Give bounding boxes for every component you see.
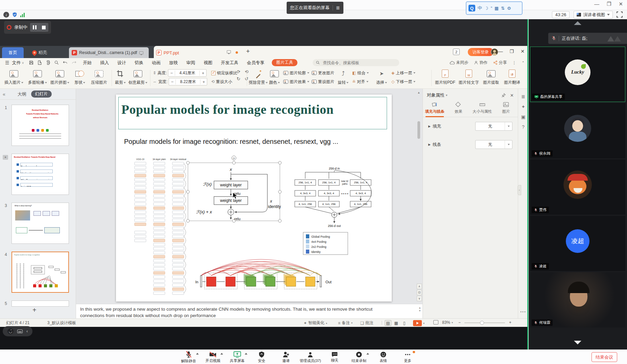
zoom-out-button[interactable]: − bbox=[458, 320, 461, 325]
print-icon[interactable] bbox=[46, 60, 51, 65]
picture-effects-button[interactable]: 图片效果 bbox=[283, 78, 309, 85]
select-button[interactable]: ➤选择 bbox=[375, 69, 388, 85]
slide-sorter-view-button[interactable]: ▦ bbox=[393, 320, 400, 326]
window-minimize-icon[interactable]: — bbox=[594, 1, 599, 7]
send-backward-button[interactable]: ◇下移一层 bbox=[391, 78, 415, 85]
hamburger-icon[interactable]: ☰ bbox=[5, 60, 9, 66]
residual-block-figure[interactable]: ⟳ x weight layer relu weight layer bbox=[187, 156, 282, 223]
toolbar-record-button[interactable]: 结束录制 bbox=[347, 350, 371, 364]
align-button[interactable]: ≞对齐 bbox=[352, 78, 369, 85]
pause-recording-button[interactable] bbox=[30, 23, 39, 32]
height-stepper[interactable]: −4.41厘米+ bbox=[168, 69, 207, 77]
participant-tile-1[interactable]: Lucky磊的屏幕共享 bbox=[530, 47, 625, 102]
picture-collage-button[interactable]: 图片拼图 bbox=[49, 69, 71, 85]
expand-triangle-icon[interactable]: ▶ bbox=[428, 143, 431, 146]
more-menu-icon[interactable]: ⋮ bbox=[512, 60, 516, 65]
picture-extract-button[interactable]: 图片提取 bbox=[481, 69, 501, 85]
group-button[interactable]: ◧组合 bbox=[352, 69, 369, 77]
undo-icon[interactable] bbox=[63, 60, 68, 65]
plus-icon[interactable]: + bbox=[199, 71, 206, 76]
fit-slide-icon[interactable] bbox=[433, 320, 438, 324]
toolbar-chat-button[interactable]: 聊天 bbox=[322, 350, 347, 364]
slide-nav-icon[interactable]: ⊡ bbox=[417, 290, 422, 295]
zoom-slider-handle[interactable] bbox=[480, 321, 484, 325]
chevron-up-icon[interactable] bbox=[196, 353, 199, 355]
width-stepper[interactable]: −8.22厘米+ bbox=[169, 78, 207, 85]
print-preview-icon[interactable] bbox=[54, 60, 59, 65]
emoji-icon[interactable]: ◡̈ bbox=[7, 328, 14, 334]
properties-tab-3[interactable]: 图片 bbox=[494, 100, 518, 117]
panel-collapse-handle[interactable]: ‹ bbox=[517, 185, 521, 195]
participant-tile-3[interactable]: 贾伟 bbox=[530, 159, 625, 215]
menu-item-0[interactable]: 开始 bbox=[83, 60, 92, 66]
tab-ppt-document-active[interactable]: P PPT.ppt bbox=[156, 47, 179, 58]
toolbar-member-button[interactable]: 管理成员(37) bbox=[298, 350, 322, 364]
ime-item-2[interactable]: ☽ bbox=[484, 6, 488, 11]
command-search[interactable] bbox=[313, 59, 399, 66]
wps-close-icon[interactable]: ✕ bbox=[521, 49, 525, 54]
slide-thumbnail-3[interactable]: What is deep learning? bbox=[11, 203, 69, 244]
menu-item-4[interactable]: 动画 bbox=[152, 60, 161, 66]
current-slide[interactable]: Popular models for image recognition Pop… bbox=[116, 95, 392, 302]
tab-slides-active[interactable]: 幻灯片 bbox=[31, 90, 52, 98]
participant-tile-5[interactable]: 何瑞霖 bbox=[530, 272, 625, 328]
section-value-dropdown[interactable]: 无 bbox=[475, 122, 512, 131]
search-input[interactable] bbox=[322, 60, 390, 66]
keyboard-icon[interactable] bbox=[17, 330, 23, 333]
reset-size-button[interactable]: ⟲重设大小 bbox=[211, 78, 237, 85]
tab-home[interactable]: 首页 bbox=[2, 47, 24, 58]
lock-aspect-ratio-checkbox[interactable]: 锁定纵横比 bbox=[211, 69, 237, 77]
toolbar-camoff-button[interactable]: 开启视频 bbox=[201, 350, 225, 364]
picture-tools-tab[interactable]: 图片工具 bbox=[272, 59, 297, 66]
zoom-level[interactable]: 83%▾ bbox=[442, 320, 453, 325]
plus-icon[interactable]: + bbox=[200, 79, 207, 84]
input-method-toolbar[interactable]: Q中☽”▦⇅⚙ bbox=[466, 1, 523, 15]
slide-thumbnail-5[interactable] bbox=[11, 301, 69, 307]
toolbar-invite-button[interactable]: 邀请 bbox=[274, 350, 298, 364]
ime-item-4[interactable]: ▦ bbox=[495, 6, 499, 11]
window-maximize-icon[interactable]: ❐ bbox=[607, 1, 611, 7]
reset-picture-button[interactable]: 重设图片 bbox=[312, 78, 334, 85]
layout-switch-icon[interactable]: ≣ bbox=[336, 5, 340, 10]
sync-status[interactable]: 未同步 bbox=[450, 60, 468, 66]
output-icon[interactable] bbox=[37, 60, 42, 65]
smart-beautify-button[interactable]: ✦智能美化▴ bbox=[304, 320, 327, 326]
properties-tab-2[interactable]: 大小与属性 bbox=[471, 100, 494, 117]
scroll-up-icon[interactable]: ▲ bbox=[417, 91, 420, 94]
picture-to-pdf-button[interactable]: 图片转PDF bbox=[434, 69, 456, 85]
frame-pane-icon[interactable]: ▣ bbox=[518, 112, 528, 122]
menu-item-1[interactable]: 插入 bbox=[100, 60, 109, 66]
tab-pdf-document[interactable]: P Residual_Disti...camera (1).pdf bbox=[69, 47, 149, 58]
compress-picture-button[interactable]: 压缩图片 bbox=[89, 69, 110, 85]
multi-image-carousel-button[interactable]: 多图轮播 bbox=[26, 69, 49, 85]
collapse-up-icon[interactable] bbox=[574, 21, 581, 25]
section-value-dropdown[interactable]: 无 bbox=[475, 140, 512, 149]
picture-translate-button[interactable]: 图片翻译 bbox=[502, 69, 522, 85]
pin-icon[interactable] bbox=[501, 93, 506, 98]
slide-thumbnail-2[interactable]: Residual Distillation: Towards Portable … bbox=[11, 154, 69, 195]
menu-item-7[interactable]: 视图 bbox=[203, 60, 212, 66]
slide-thumbnail-4[interactable]: Popular models for image recognition bbox=[11, 252, 69, 293]
reading-view-button[interactable]: ▯ bbox=[401, 320, 408, 326]
color-button[interactable]: 颜色 bbox=[268, 69, 281, 85]
notes-pane-icon[interactable]: ≣ bbox=[518, 92, 528, 102]
menu-item-8[interactable]: 开发工具 bbox=[221, 60, 238, 66]
menu-item-9[interactable]: 会员专享 bbox=[247, 60, 264, 66]
template-name[interactable]: 3_默认设计模板 bbox=[47, 320, 76, 326]
ime-item-6[interactable]: ⚙ bbox=[507, 6, 511, 11]
ime-item-5[interactable]: ⇅ bbox=[501, 6, 505, 11]
floating-input-bar[interactable]: ◡̈ ‹ bbox=[3, 326, 32, 336]
tab-docer[interactable]: 稻壳 bbox=[26, 47, 53, 58]
window-close-icon[interactable]: ✕ bbox=[619, 1, 623, 7]
wps-maximize-icon[interactable]: ❐ bbox=[510, 49, 514, 54]
redo-icon[interactable] bbox=[71, 60, 77, 65]
picture-to-text-button[interactable]: 图片转文字 bbox=[458, 69, 480, 85]
notes-toggle-button[interactable]: ≡备注▾ bbox=[338, 320, 353, 326]
collapse-left-icon[interactable]: ‹ bbox=[26, 329, 28, 334]
rotate-right-icon[interactable]: ⟳ bbox=[237, 69, 242, 74]
crop-button[interactable]: 裁剪 bbox=[114, 69, 127, 85]
fullscreen-icon[interactable] bbox=[617, 11, 623, 18]
properties-tab-0[interactable]: 填充与线条 bbox=[423, 100, 447, 117]
previous-slide-button[interactable]: ∧ bbox=[417, 284, 422, 289]
zoom-slider[interactable] bbox=[464, 322, 505, 323]
